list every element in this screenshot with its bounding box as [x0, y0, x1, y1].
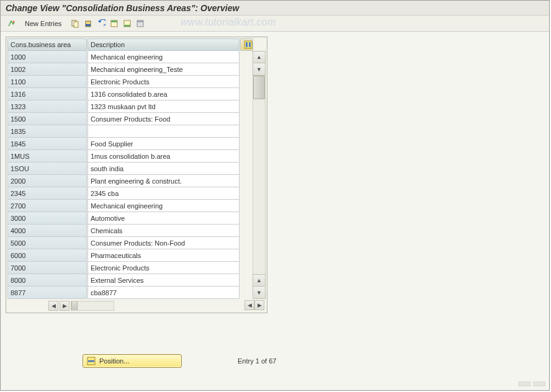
cell-desc[interactable]: 1316 consolidated b.area — [87, 88, 240, 100]
cell-desc[interactable] — [87, 125, 240, 138]
cell-desc[interactable]: Pharmaceuticals — [87, 249, 240, 262]
table-row[interactable]: 1MUS1mus consolidation b.area — [7, 150, 253, 163]
table-row[interactable]: 1002Mechanical engineering_Teste — [7, 63, 253, 76]
cell-area[interactable]: 1002 — [7, 63, 87, 76]
cell-area[interactable]: 2345 — [7, 187, 87, 200]
other-view-icon[interactable] — [6, 18, 17, 29]
table-config-icon[interactable] — [240, 38, 253, 51]
table-row[interactable]: 1SOUsouth india — [7, 163, 253, 175]
table-row[interactable]: 1835 — [7, 125, 253, 138]
new-entries-button[interactable]: New Entries — [21, 19, 65, 29]
cell-area[interactable]: 3000 — [7, 212, 87, 225]
watermark: www.tutorialkart.com — [181, 17, 276, 28]
hscroll-track[interactable] — [71, 301, 114, 311]
cell-area[interactable]: 8000 — [7, 274, 87, 287]
copy-icon[interactable] — [69, 18, 81, 29]
table-row[interactable]: 8000External Services — [7, 274, 253, 287]
undo-icon[interactable] — [96, 18, 107, 29]
cell-area[interactable]: 4000 — [7, 225, 87, 237]
table-row[interactable]: 2700Mechanical engineering — [7, 200, 253, 212]
svg-rect-12 — [246, 42, 248, 47]
toolbar: New Entries www.tutorialkart.com — [1, 16, 549, 32]
table-row[interactable]: 1100Electronic Products — [7, 76, 253, 88]
table-row[interactable]: 23452345 cba — [7, 187, 253, 200]
cell-desc[interactable]: Mechanical engineering — [87, 200, 240, 212]
cell-area[interactable]: 1000 — [7, 51, 87, 63]
cell-area[interactable]: 1323 — [7, 100, 87, 113]
cell-desc[interactable]: Plant engineering & construct. — [87, 175, 240, 187]
cell-desc[interactable]: Chemicals — [87, 225, 240, 237]
table-row[interactable]: 1845Food Supplier — [7, 138, 253, 150]
cell-area[interactable]: 1835 — [7, 125, 87, 138]
cell-area[interactable]: 2700 — [7, 200, 87, 212]
cell-area[interactable]: 5000 — [7, 237, 87, 249]
cell-area[interactable]: 2000 — [7, 175, 87, 187]
cell-desc[interactable]: Mechanical engineering — [87, 51, 240, 63]
horizontal-scrollbar[interactable]: ◀ ▶ — [48, 300, 114, 311]
cell-desc[interactable]: 2345 cba — [87, 187, 240, 200]
table-row[interactable]: 3000Automotive — [7, 212, 253, 225]
scroll-up-icon[interactable]: ▲ — [253, 51, 266, 63]
page-title: Change View "Consolidation Business Area… — [1, 1, 549, 16]
deselect-all-icon[interactable] — [135, 18, 146, 29]
vertical-scrollbar[interactable]: ▲ ▼ ▲ ▼ — [253, 51, 266, 299]
table-row[interactable]: 4000Chemicals — [7, 225, 253, 237]
cell-desc[interactable]: External Services — [87, 274, 240, 287]
delete-icon[interactable] — [83, 18, 94, 29]
svg-rect-2 — [74, 22, 78, 27]
cell-desc[interactable]: Mechanical engineering_Teste — [87, 63, 240, 76]
col-header-area[interactable]: Cons.business area — [7, 38, 87, 51]
table-row[interactable]: 6000Pharmaceuticals — [7, 249, 253, 262]
cell-desc[interactable]: south india — [87, 163, 240, 175]
cell-desc[interactable]: Consumer Products: Non-Food — [87, 237, 240, 249]
table-row[interactable]: 7000Electronic Products — [7, 262, 253, 274]
col-header-desc[interactable]: Description — [87, 38, 240, 51]
cell-area[interactable]: 6000 — [7, 249, 87, 262]
table-row[interactable]: 1500Consumer Products: Food — [7, 113, 253, 125]
svg-rect-15 — [88, 360, 94, 362]
scroll-thumb[interactable] — [253, 76, 265, 99]
cell-desc[interactable]: Food Supplier — [87, 138, 240, 150]
resize-handle — [518, 381, 545, 386]
select-all-icon[interactable] — [109, 18, 120, 29]
table-row[interactable]: 2000Plant engineering & construct. — [7, 175, 253, 187]
cell-area[interactable]: 1500 — [7, 113, 87, 125]
cell-desc[interactable]: Electronic Products — [87, 76, 240, 88]
cell-area[interactable]: 1845 — [7, 138, 87, 150]
cell-area[interactable]: 1316 — [7, 88, 87, 100]
scroll-up2-icon[interactable]: ▲ — [253, 274, 266, 287]
cell-area[interactable]: 7000 — [7, 262, 87, 274]
scroll-down2-icon[interactable]: ▼ — [253, 287, 266, 299]
cell-desc[interactable]: Automotive — [87, 212, 240, 225]
table-row[interactable]: 8877cba8877 — [7, 287, 253, 299]
scroll-down-icon[interactable]: ▼ — [253, 63, 266, 76]
scroll-right-icon[interactable]: ▶ — [60, 301, 69, 311]
position-button-label: Position... — [99, 357, 129, 365]
cell-desc[interactable]: Consumer Products: Food — [87, 113, 240, 125]
svg-rect-6 — [111, 20, 117, 22]
cell-desc[interactable]: 1mus consolidation b.area — [87, 150, 240, 163]
cell-desc[interactable]: cba8877 — [87, 287, 240, 299]
cell-area[interactable]: 8877 — [7, 287, 87, 299]
entry-counter: Entry 1 of 67 — [238, 357, 276, 365]
scroll-right-end-icon[interactable]: ▶ — [254, 300, 264, 310]
select-block-icon[interactable] — [122, 18, 133, 29]
svg-rect-4 — [86, 24, 91, 26]
position-button[interactable]: Position... — [83, 354, 182, 368]
data-table: Cons.business area Description 1000Mecha… — [6, 37, 267, 313]
svg-point-0 — [13, 20, 15, 22]
cell-area[interactable]: 1100 — [7, 76, 87, 88]
cell-desc[interactable]: 1323 muskaan pvt ltd — [87, 100, 240, 113]
table-row[interactable]: 1000Mechanical engineering — [7, 51, 253, 63]
position-icon — [87, 357, 96, 365]
scroll-left-icon[interactable]: ◀ — [48, 301, 58, 311]
svg-rect-8 — [124, 25, 130, 27]
table-row[interactable]: 13231323 muskaan pvt ltd — [7, 100, 253, 113]
table-row[interactable]: 13161316 consolidated b.area — [7, 88, 253, 100]
scroll-left-end-icon[interactable]: ◀ — [244, 300, 254, 310]
cell-area[interactable]: 1MUS — [7, 150, 87, 163]
table-row[interactable]: 5000Consumer Products: Non-Food — [7, 237, 253, 249]
svg-rect-13 — [249, 42, 251, 47]
cell-desc[interactable]: Electronic Products — [87, 262, 240, 274]
cell-area[interactable]: 1SOU — [7, 163, 87, 175]
